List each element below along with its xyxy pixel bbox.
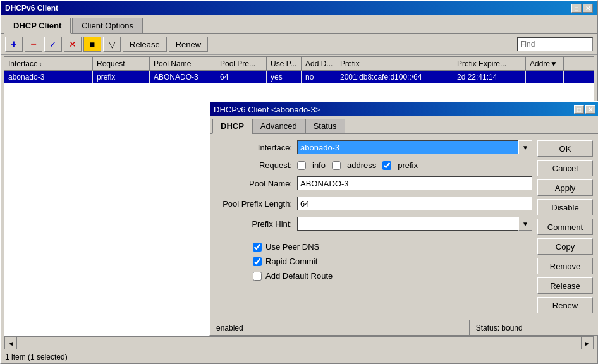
dialog-buttons: OK Cancel Apply Disable Comment Copy Rem… bbox=[537, 140, 594, 313]
copy-button[interactable]: Copy bbox=[537, 238, 593, 255]
copy-icon-button[interactable]: ■ bbox=[83, 37, 101, 52]
cell-poolname: ABONADO-3 bbox=[150, 71, 216, 83]
col-header-addre[interactable]: Addre▼ bbox=[526, 57, 564, 70]
rapid-commit-row: Rapid Commit bbox=[253, 257, 532, 266]
apply-button[interactable]: Apply bbox=[537, 179, 593, 196]
add-default-route-checkbox[interactable] bbox=[253, 272, 262, 281]
dialog-status-middle bbox=[339, 320, 469, 335]
request-row: Request: info address prefix bbox=[215, 161, 532, 170]
use-peer-dns-label: Use Peer DNS bbox=[265, 242, 319, 252]
dialog-body: Interface: ▼ Request: info address bbox=[210, 134, 598, 320]
poolprefixlen-control bbox=[297, 197, 532, 210]
remove-button[interactable]: Remove bbox=[537, 258, 593, 274]
request-address-checkbox[interactable] bbox=[332, 161, 341, 170]
col-header-addd[interactable]: Add D... bbox=[302, 57, 336, 70]
remove-button[interactable]: − bbox=[25, 37, 42, 52]
check-button[interactable]: ✓ bbox=[44, 37, 62, 52]
request-info-label: info bbox=[312, 161, 326, 170]
renew-button[interactable]: Renew bbox=[537, 297, 593, 313]
horizontal-scrollbar[interactable]: ◄ ► bbox=[4, 336, 594, 349]
dialog-tab-dhcp[interactable]: DHCP bbox=[212, 119, 252, 134]
col-header-interface[interactable]: Interface ↕ bbox=[4, 57, 93, 70]
prefixhint-row: Prefix Hint: ▼ bbox=[215, 217, 532, 231]
rapid-commit-label: Rapid Commit bbox=[265, 257, 317, 266]
dialog-tab-advanced[interactable]: Advanced bbox=[252, 119, 305, 133]
request-prefix-checkbox[interactable] bbox=[382, 161, 391, 170]
dialog-form: Interface: ▼ Request: info address bbox=[215, 140, 532, 313]
col-header-request[interactable]: Request bbox=[93, 57, 150, 70]
dialog-tab-status[interactable]: Status bbox=[305, 119, 345, 133]
cell-request: prefix bbox=[93, 71, 150, 83]
request-checkboxes: info address prefix bbox=[297, 161, 532, 170]
dialog-close-button[interactable]: ✕ bbox=[585, 105, 595, 114]
request-prefix-label: prefix bbox=[398, 161, 418, 170]
tab-bar: DHCP Client Client Options bbox=[1, 15, 597, 34]
request-label: Request: bbox=[215, 161, 297, 170]
poolname-row: Pool Name: bbox=[215, 176, 532, 190]
table-header: Interface ↕ Request Pool Name Pool Pre..… bbox=[4, 57, 594, 71]
col-header-poolname[interactable]: Pool Name bbox=[150, 57, 216, 70]
cell-prefix: 2001:db8:cafe:d100::/64 bbox=[336, 71, 453, 83]
prefixhint-dropdown-button[interactable]: ▼ bbox=[518, 217, 532, 231]
poolname-input[interactable] bbox=[297, 176, 532, 190]
dialog-status-bar: enabled Status: bound bbox=[210, 320, 598, 335]
minimize-button[interactable]: □ bbox=[571, 4, 582, 13]
dialog-title-text: DHCPv6 Client <abonado-3> bbox=[214, 105, 320, 114]
poolname-label: Pool Name: bbox=[215, 179, 297, 188]
find-input[interactable] bbox=[517, 37, 593, 51]
col-header-usep[interactable]: Use P... bbox=[267, 57, 302, 70]
cell-addre bbox=[526, 71, 564, 83]
add-default-route-row: Add Default Route bbox=[253, 271, 532, 281]
dialog-status-enabled: enabled bbox=[210, 320, 339, 335]
prefixhint-input[interactable] bbox=[297, 217, 518, 231]
scroll-left-button[interactable]: ◄ bbox=[4, 337, 17, 349]
col-header-prefix[interactable]: Prefix bbox=[336, 57, 453, 70]
cell-usep: yes bbox=[267, 71, 302, 83]
use-peer-dns-row: Use Peer DNS bbox=[253, 242, 532, 252]
col-header-prefixexp[interactable]: Prefix Expire... bbox=[453, 57, 526, 70]
release-toolbar-button[interactable]: Release bbox=[123, 37, 167, 52]
use-peer-dns-checkbox[interactable] bbox=[253, 243, 262, 252]
cell-addd: no bbox=[302, 71, 336, 83]
poolprefixlen-label: Pool Prefix Length: bbox=[215, 199, 297, 209]
filter-button[interactable]: ▽ bbox=[103, 37, 121, 52]
add-button[interactable]: + bbox=[5, 37, 23, 52]
request-info-checkbox[interactable] bbox=[297, 161, 306, 170]
tab-dhcp-client[interactable]: DHCP Client bbox=[4, 18, 71, 34]
comment-button[interactable]: Comment bbox=[537, 219, 593, 235]
poolprefixlen-input[interactable] bbox=[297, 197, 532, 210]
close-button[interactable]: ✕ bbox=[583, 4, 593, 13]
interface-label: Interface: bbox=[215, 143, 297, 152]
poolprefixlen-row: Pool Prefix Length: bbox=[215, 197, 532, 210]
checks-section: Use Peer DNS Rapid Commit Add Default Ro… bbox=[215, 237, 532, 286]
interface-control: ▼ bbox=[297, 140, 532, 154]
cancel-button[interactable]: Cancel bbox=[537, 160, 593, 176]
request-address-label: address bbox=[347, 161, 376, 170]
interface-dropdown-button[interactable]: ▼ bbox=[518, 140, 532, 154]
add-default-route-label: Add Default Route bbox=[265, 271, 333, 281]
cell-prefixexp: 2d 22:41:14 bbox=[453, 71, 526, 83]
release-button[interactable]: Release bbox=[537, 277, 593, 294]
cell-poolpre: 64 bbox=[216, 71, 267, 83]
poolname-control bbox=[297, 176, 532, 190]
interface-input[interactable] bbox=[297, 140, 518, 154]
dialog-status-bound: Status: bound bbox=[470, 320, 598, 335]
main-window-title: DHCPv6 Client bbox=[5, 4, 58, 13]
sort-arrow-interface: ↕ bbox=[39, 61, 42, 67]
status-bar: 1 item (1 selected) bbox=[1, 351, 597, 363]
col-header-poolpre[interactable]: Pool Pre... bbox=[216, 57, 267, 70]
dialog: DHCPv6 Client <abonado-3> □ ✕ DHCP Advan… bbox=[209, 101, 598, 336]
dialog-minimize-button[interactable]: □ bbox=[574, 105, 584, 114]
cross-button[interactable]: ✕ bbox=[64, 37, 82, 52]
disable-button[interactable]: Disable bbox=[537, 199, 593, 215]
table-row[interactable]: abonado-3 prefix ABONADO-3 64 yes no 200… bbox=[4, 71, 594, 83]
scroll-right-button[interactable]: ► bbox=[581, 337, 594, 349]
rapid-commit-checkbox[interactable] bbox=[253, 257, 262, 266]
ok-button[interactable]: OK bbox=[537, 140, 593, 157]
cell-interface: abonado-3 bbox=[4, 71, 93, 83]
prefixhint-label: Prefix Hint: bbox=[215, 219, 297, 229]
title-bar: DHCPv6 Client □ ✕ bbox=[1, 1, 597, 15]
renew-toolbar-button[interactable]: Renew bbox=[169, 37, 208, 52]
status-text: 1 item (1 selected) bbox=[5, 353, 68, 361]
tab-client-options[interactable]: Client Options bbox=[72, 18, 143, 33]
